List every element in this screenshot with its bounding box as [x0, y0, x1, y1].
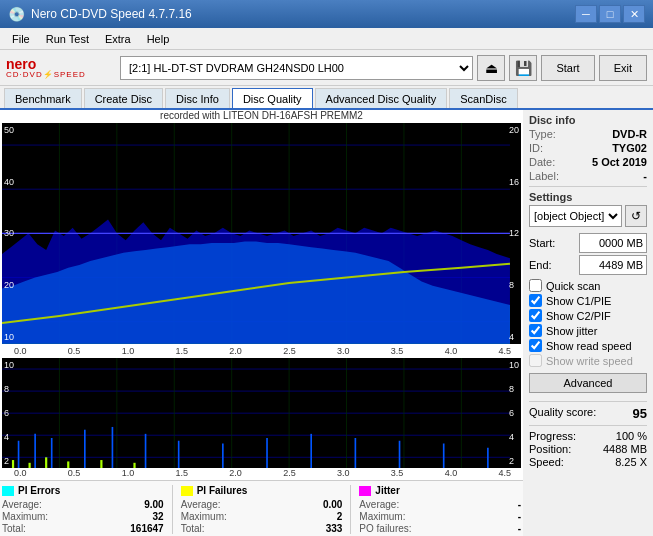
speed-row: [object Object] ↺	[529, 205, 647, 230]
pi-errors-total-row: Total: 161647	[2, 523, 164, 534]
nero-logo-text: nero	[6, 57, 116, 71]
recorded-with-label: recorded with LITEON DH-16AFSH PREMM2	[0, 110, 523, 121]
pi-errors-stats: PI Errors Average: 9.00 Maximum: 32 Tota…	[2, 485, 164, 534]
start-button[interactable]: Start	[541, 55, 594, 81]
pi-failures-header: PI Failures	[181, 485, 343, 496]
eject-button[interactable]: ⏏	[477, 55, 505, 81]
app-icon: 💿	[8, 6, 25, 22]
svg-marker-14	[2, 220, 510, 344]
show-jitter-checkbox[interactable]	[529, 324, 542, 337]
title-bar-title: 💿 Nero CD-DVD Speed 4.7.7.16	[8, 6, 192, 22]
stats-area: PI Errors Average: 9.00 Maximum: 32 Tota…	[0, 480, 523, 536]
sidebar: Disc info Type: DVD-R ID: TYG02 Date: 5 …	[523, 110, 653, 536]
menu-help[interactable]: Help	[139, 31, 178, 47]
show-c2-pif-checkbox[interactable]	[529, 309, 542, 322]
speed-row-2: Speed: 8.25 X	[529, 456, 647, 468]
title-bar: 💿 Nero CD-DVD Speed 4.7.7.16 ─ □ ✕	[0, 0, 653, 28]
show-write-speed-checkbox[interactable]	[529, 354, 542, 367]
start-input[interactable]	[579, 233, 647, 253]
tab-disc-info[interactable]: Disc Info	[165, 88, 230, 108]
disc-label-row: Label: -	[529, 170, 647, 182]
close-button[interactable]: ✕	[623, 5, 645, 23]
menu-bar: File Run Test Extra Help	[0, 28, 653, 50]
nero-logo-subtitle: CD·DVD⚡SPEED	[6, 71, 116, 79]
disc-type-row: Type: DVD-R	[529, 128, 647, 140]
pi-errors-maximum-row: Maximum: 32	[2, 511, 164, 522]
sidebar-divider-1	[529, 186, 647, 187]
stats-divider-1	[172, 485, 173, 534]
show-read-speed-checkbox[interactable]	[529, 339, 542, 352]
disc-info-title: Disc info	[529, 114, 647, 126]
menu-file[interactable]: File	[4, 31, 38, 47]
quick-scan-checkbox[interactable]	[529, 279, 542, 292]
pi-failures-maximum-row: Maximum: 2	[181, 511, 343, 522]
top-chart-x-axis: 0.0 0.5 1.0 1.5 2.0 2.5 3.0 3.5 4.0 4.5	[0, 346, 523, 356]
jitter-average-row: Average: -	[359, 499, 521, 510]
show-read-speed-row: Show read speed	[529, 339, 647, 352]
bottom-chart-y-right: 10 8 6 4 2	[509, 358, 519, 468]
show-write-speed-row: Show write speed	[529, 354, 647, 367]
start-row: Start:	[529, 233, 647, 253]
quality-score-row: Quality score: 95	[529, 406, 647, 421]
pi-errors-average-row: Average: 9.00	[2, 499, 164, 510]
disc-date-row: Date: 5 Oct 2019	[529, 156, 647, 168]
refresh-button[interactable]: ↺	[625, 205, 647, 227]
end-input[interactable]	[579, 255, 647, 275]
bottom-chart-y-left: 10 8 6 4 2	[4, 358, 14, 468]
tab-scan-disc[interactable]: ScanDisc	[449, 88, 517, 108]
menu-extra[interactable]: Extra	[97, 31, 139, 47]
tab-advanced-disc-quality[interactable]: Advanced Disc Quality	[315, 88, 448, 108]
progress-row: Progress: 100 %	[529, 430, 647, 442]
tab-create-disc[interactable]: Create Disc	[84, 88, 163, 108]
minimize-button[interactable]: ─	[575, 5, 597, 23]
bottom-chart-svg	[2, 358, 521, 468]
pi-failures-stats: PI Failures Average: 0.00 Maximum: 2 Tot…	[181, 485, 343, 534]
toolbar: nero CD·DVD⚡SPEED [2:1] HL-DT-ST DVDRAM …	[0, 50, 653, 86]
stats-divider-2	[350, 485, 351, 534]
pi-failures-color	[181, 486, 193, 496]
jitter-stats: Jitter Average: - Maximum: - PO failures…	[359, 485, 521, 534]
menu-run-test[interactable]: Run Test	[38, 31, 97, 47]
jitter-color	[359, 486, 371, 496]
sidebar-divider-3	[529, 425, 647, 426]
drive-select[interactable]: [2:1] HL-DT-ST DVDRAM GH24NSD0 LH00	[120, 56, 473, 80]
bottom-chart-x-axis: 0.0 0.5 1.0 1.5 2.0 2.5 3.0 3.5 4.0 4.5	[0, 468, 523, 478]
charts-section: recorded with LITEON DH-16AFSH PREMM2	[0, 110, 523, 536]
top-chart-svg	[2, 123, 521, 344]
save-button[interactable]: 💾	[509, 55, 537, 81]
speed-select[interactable]: [object Object]	[529, 205, 622, 227]
tab-benchmark[interactable]: Benchmark	[4, 88, 82, 108]
show-c2-pif-row: Show C2/PIF	[529, 309, 647, 322]
show-c1-pie-row: Show C1/PIE	[529, 294, 647, 307]
main-content: recorded with LITEON DH-16AFSH PREMM2	[0, 110, 653, 536]
maximize-button[interactable]: □	[599, 5, 621, 23]
top-chart: 20 16 12 8 4 50 40 30 20 10	[2, 123, 521, 344]
show-jitter-row: Show jitter	[529, 324, 647, 337]
jitter-maximum-row: Maximum: -	[359, 511, 521, 522]
sidebar-divider-2	[529, 401, 647, 402]
tab-disc-quality[interactable]: Disc Quality	[232, 88, 313, 108]
pi-failures-average-row: Average: 0.00	[181, 499, 343, 510]
jitter-header: Jitter	[359, 485, 521, 496]
po-failures-row: PO failures: -	[359, 523, 521, 534]
advanced-button[interactable]: Advanced	[529, 373, 647, 393]
title-bar-controls: ─ □ ✕	[575, 5, 645, 23]
tab-bar: Benchmark Create Disc Disc Info Disc Qua…	[0, 86, 653, 110]
pi-failures-total-row: Total: 333	[181, 523, 343, 534]
settings-title: Settings	[529, 191, 647, 203]
disc-id-row: ID: TYG02	[529, 142, 647, 154]
pi-errors-header: PI Errors	[2, 485, 164, 496]
nero-logo: nero CD·DVD⚡SPEED	[6, 53, 116, 83]
show-c1-pie-checkbox[interactable]	[529, 294, 542, 307]
top-chart-y-left: 50 40 30 20 10	[4, 123, 14, 344]
quick-scan-row: Quick scan	[529, 279, 647, 292]
exit-button[interactable]: Exit	[599, 55, 647, 81]
pi-errors-color	[2, 486, 14, 496]
end-row: End:	[529, 255, 647, 275]
top-chart-y-right: 20 16 12 8 4	[509, 123, 519, 344]
app-title: Nero CD-DVD Speed 4.7.7.16	[31, 7, 192, 21]
position-row: Position: 4488 MB	[529, 443, 647, 455]
bottom-chart: 10 8 6 4 2 10 8 6 4 2	[2, 358, 521, 468]
